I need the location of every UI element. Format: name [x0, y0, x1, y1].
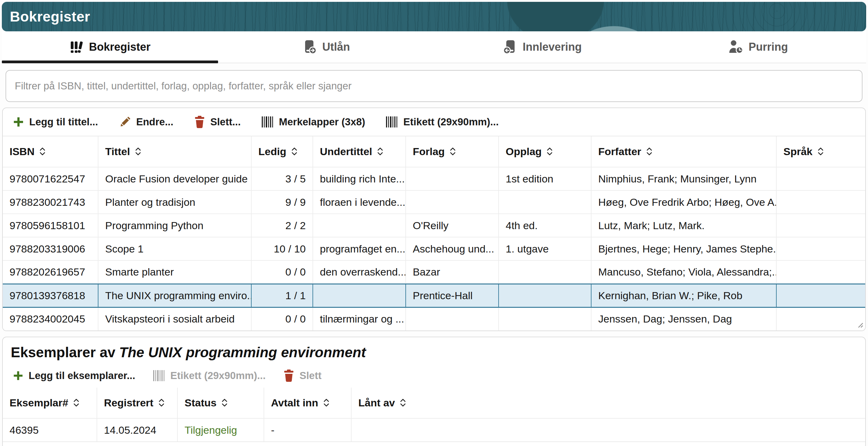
tab-bokregister[interactable]: Bokregister [2, 31, 218, 63]
cell-forlag [406, 167, 499, 191]
app-header: Bokregister [2, 2, 866, 31]
column-header-forlag[interactable]: Forlag [406, 136, 499, 167]
add-title-button[interactable]: Legg til tittel... [12, 116, 98, 128]
cell-tittel: Smarte planter [98, 261, 251, 284]
copies-panel: Eksemplarer avThe UNIX programming envir… [2, 337, 866, 446]
cell-eksemplar: 46395 [3, 418, 97, 442]
delete-button[interactable]: Slett... [194, 115, 241, 128]
column-header-ledig[interactable]: Ledig [251, 136, 313, 167]
cell-ledig: 3 / 5 [251, 167, 313, 191]
cell-opplag: 4th ed. [499, 214, 591, 237]
button-label: Etikett (29x90mm)... [170, 370, 266, 381]
plus-icon [12, 116, 24, 128]
book-row[interactable]: 9780596158101Programming Python2 / 2O'Re… [3, 214, 865, 237]
cell-status: Tilgjengelig [178, 418, 264, 442]
cell-undertittel: den overraskend... [313, 261, 406, 284]
column-header-isbn[interactable]: ISBN [3, 136, 98, 167]
cell-forlag [406, 191, 499, 214]
cell-tittel: Scope 1 [98, 237, 251, 261]
cell-forfatter: Nimphius, Frank; Munsinger, Lynn [591, 167, 776, 191]
edit-button[interactable]: Endre... [118, 115, 174, 128]
cell-isbn: 9788203319006 [3, 237, 98, 261]
book-row[interactable]: 9788203319006Scope 110 / 10programfaget … [3, 237, 865, 261]
cell-isbn: 9780071622547 [3, 167, 98, 191]
cell-sprak [776, 307, 865, 331]
tab-purring[interactable]: Purring [650, 31, 866, 63]
button-label: Legg til eksemplarer... [29, 370, 135, 381]
cell-sprak [776, 237, 865, 261]
tab-label: Utlån [322, 40, 350, 54]
filter-container [5, 70, 863, 102]
cell-undertittel [313, 214, 406, 237]
cell-tittel: Vitskapsteori i sosialt arbeid [98, 307, 251, 331]
copy-row[interactable]: 4639514.05.2024Tilgjengelig- [3, 418, 865, 442]
cell-forfatter: Mancuso, Stefano; Viola, Alessandra;... [591, 261, 776, 284]
column-header-undertittel[interactable]: Undertittel [313, 136, 406, 167]
tab-label: Purring [749, 40, 788, 54]
copies-toolbar: Legg til eksemplarer... Etikett (29x90mm… [3, 364, 865, 388]
add-copies-button[interactable]: Legg til eksemplarer... [12, 370, 135, 381]
cell-isbn: 9788202619657 [3, 261, 98, 284]
book-row[interactable]: 9780139376818The UNIX programming enviro… [3, 284, 865, 307]
cell-undertittel [313, 284, 406, 307]
column-header-lant-av[interactable]: Lånt av [351, 388, 865, 418]
cell-isbn: 9788230021743 [3, 191, 98, 214]
filter-input[interactable] [5, 70, 863, 102]
copies-table-body: 4639514.05.2024Tilgjengelig- [3, 418, 865, 442]
cell-opplag: 1st edition [499, 167, 591, 191]
book-row[interactable]: 9780071622547Oracle Fusion developer gui… [3, 167, 865, 191]
cell-ledig: 10 / 10 [251, 237, 313, 261]
column-header-tittel[interactable]: Tittel [98, 136, 251, 167]
book-arrow-out-icon [302, 39, 317, 55]
tab-utlan[interactable]: Utlån [218, 31, 434, 63]
cell-isbn: 9780596158101 [3, 214, 98, 237]
cell-ledig: 2 / 2 [251, 214, 313, 237]
cell-sprak [776, 167, 865, 191]
books-table-header-row: ISBN Tittel Ledig Undertittel Forlag Opp… [3, 136, 865, 167]
cell-registrert: 14.05.2024 [97, 418, 178, 442]
book-row[interactable]: 9788234002045Vitskapsteori i sosialt arb… [3, 307, 865, 331]
tab-bar: Bokregister Utlån Innlevering [2, 31, 866, 63]
books-icon [69, 40, 84, 55]
tab-label: Bokregister [89, 40, 150, 54]
cell-sprak [776, 191, 865, 214]
barcode-icon [385, 116, 398, 128]
column-header-avtalt-inn[interactable]: Avtalt inn [264, 388, 351, 418]
cell-opplag [499, 307, 591, 331]
cell-forlag: Bazar [406, 261, 499, 284]
cell-opplag [499, 284, 591, 307]
column-header-registrert[interactable]: Registrert [97, 388, 178, 418]
tab-label: Innlevering [523, 40, 582, 54]
app-title: Bokregister [10, 8, 90, 25]
copies-title: Eksemplarer avThe UNIX programming envir… [11, 344, 865, 361]
cell-sprak [776, 284, 865, 307]
cell-undertittel: tilnærmingar og ... [313, 307, 406, 331]
tab-innlevering[interactable]: Innlevering [434, 31, 650, 63]
cell-forfatter: Lutz, Mark; Lutz, Mark. [591, 214, 776, 237]
resize-grip-icon[interactable] [856, 320, 863, 329]
column-header-eksemplar[interactable]: Eksemplar# [3, 388, 97, 418]
column-header-opplag[interactable]: Opplag [499, 136, 591, 167]
cell-lant_av [351, 418, 865, 442]
column-header-forfatter[interactable]: Forfatter [591, 136, 776, 167]
cell-isbn: 9780139376818 [3, 284, 98, 307]
book-row[interactable]: 9788202619657Smarte planter0 / 0den over… [3, 261, 865, 284]
trash-icon [194, 115, 206, 128]
column-header-sprak[interactable]: Språk [776, 136, 865, 167]
cell-tittel: Oracle Fusion developer guide [98, 167, 251, 191]
book-arrow-in-icon [502, 39, 518, 55]
label-29x90-button[interactable]: Etikett (29x90mm)... [385, 116, 499, 128]
labels-3x8-button[interactable]: Merkelapper (3x8) [261, 116, 365, 128]
cell-undertittel: floraen i levende... [313, 191, 406, 214]
cell-tittel: Programming Python [98, 214, 251, 237]
copies-delete-button: Slett [283, 369, 322, 382]
books-table-body: 9780071622547Oracle Fusion developer gui… [3, 167, 865, 331]
cell-forlag [406, 307, 499, 331]
barcode-icon [261, 116, 274, 128]
column-header-status[interactable]: Status [178, 388, 264, 418]
book-row[interactable]: 9788230021743Planter og tradisjon9 / 9fl… [3, 191, 865, 214]
cell-avtalt_inn: - [264, 418, 351, 442]
button-label: Legg til tittel... [29, 116, 98, 128]
cell-sprak [776, 261, 865, 284]
cell-forlag: Prentice-Hall [406, 284, 499, 307]
